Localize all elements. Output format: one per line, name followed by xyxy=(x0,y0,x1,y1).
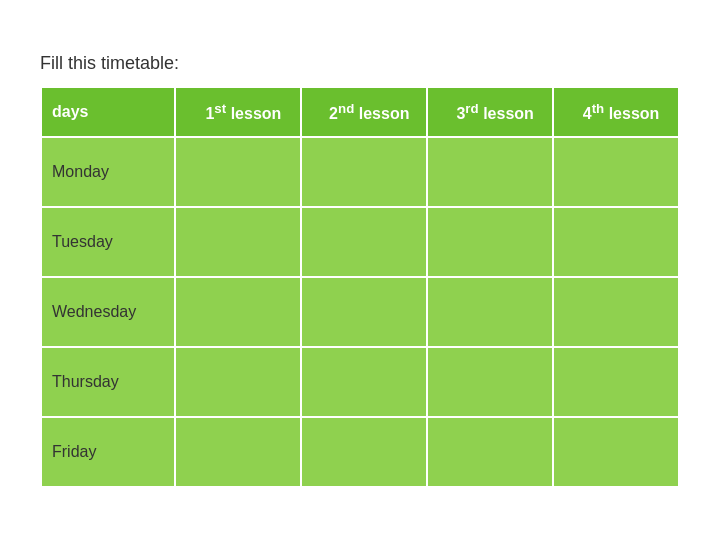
monday-lesson1[interactable] xyxy=(175,137,301,207)
tuesday-lesson3[interactable] xyxy=(427,207,553,277)
tuesday-lesson4[interactable] xyxy=(553,207,679,277)
table-header-row: days 1st lesson 2nd lesson 3rd lesson 4t… xyxy=(41,87,679,137)
friday-lesson1[interactable] xyxy=(175,417,301,487)
table-row: Tuesday xyxy=(41,207,679,277)
header-days: days xyxy=(41,87,175,137)
timetable: days 1st lesson 2nd lesson 3rd lesson 4t… xyxy=(40,86,680,488)
table-row: Thursday xyxy=(41,347,679,417)
day-wednesday: Wednesday xyxy=(41,277,175,347)
header-lesson2: 2nd lesson xyxy=(301,87,427,137)
thursday-lesson4[interactable] xyxy=(553,347,679,417)
monday-lesson2[interactable] xyxy=(301,137,427,207)
thursday-lesson3[interactable] xyxy=(427,347,553,417)
day-tuesday: Tuesday xyxy=(41,207,175,277)
header-lesson3: 3rd lesson xyxy=(427,87,553,137)
monday-lesson4[interactable] xyxy=(553,137,679,207)
table-row: Friday xyxy=(41,417,679,487)
page-container: Fill this timetable: days 1st lesson 2nd… xyxy=(20,33,700,508)
wednesday-lesson3[interactable] xyxy=(427,277,553,347)
wednesday-lesson4[interactable] xyxy=(553,277,679,347)
tuesday-lesson2[interactable] xyxy=(301,207,427,277)
table-row: Monday xyxy=(41,137,679,207)
friday-lesson2[interactable] xyxy=(301,417,427,487)
tuesday-lesson1[interactable] xyxy=(175,207,301,277)
friday-lesson4[interactable] xyxy=(553,417,679,487)
monday-lesson3[interactable] xyxy=(427,137,553,207)
instruction-text: Fill this timetable: xyxy=(40,53,680,74)
day-friday: Friday xyxy=(41,417,175,487)
thursday-lesson1[interactable] xyxy=(175,347,301,417)
day-monday: Monday xyxy=(41,137,175,207)
thursday-lesson2[interactable] xyxy=(301,347,427,417)
table-row: Wednesday xyxy=(41,277,679,347)
header-lesson1: 1st lesson xyxy=(175,87,301,137)
header-lesson4: 4th lesson xyxy=(553,87,679,137)
day-thursday: Thursday xyxy=(41,347,175,417)
friday-lesson3[interactable] xyxy=(427,417,553,487)
wednesday-lesson2[interactable] xyxy=(301,277,427,347)
wednesday-lesson1[interactable] xyxy=(175,277,301,347)
